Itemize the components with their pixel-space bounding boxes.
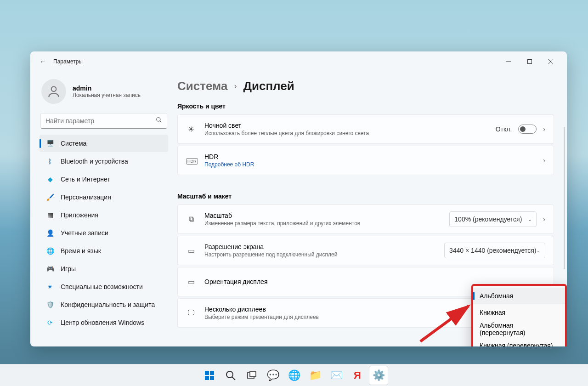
svg-rect-10 bbox=[205, 376, 209, 380]
svg-point-12 bbox=[226, 371, 233, 378]
avatar bbox=[41, 79, 66, 104]
svg-rect-1 bbox=[528, 60, 532, 64]
nav-item-personalization[interactable]: 🖌️Персонализация bbox=[40, 188, 168, 206]
taskbar-explorer[interactable]: 📁 bbox=[306, 366, 324, 385]
card-scale[interactable]: ⧉ Масштаб Изменение размера текста, прил… bbox=[177, 204, 554, 234]
chevron-down-icon: ⌄ bbox=[537, 248, 540, 253]
orientation-option-landscape-flipped[interactable]: Альбомная (перевернутая) bbox=[473, 321, 565, 337]
card-hdr[interactable]: HDR HDR Подробнее об HDR › bbox=[177, 146, 554, 175]
nav-item-privacy[interactable]: 🛡️Конфиденциальность и защита bbox=[40, 296, 168, 313]
window-title: Параметры bbox=[53, 58, 83, 65]
close-button[interactable] bbox=[540, 54, 561, 69]
hdr-icon: HDR bbox=[186, 156, 196, 165]
orientation-option-portrait[interactable]: Книжная bbox=[473, 304, 565, 321]
chevron-right-icon: › bbox=[234, 81, 237, 91]
nav-item-apps[interactable]: ▦Приложения bbox=[40, 206, 168, 224]
nav-item-bluetooth[interactable]: ᛒBluetooth и устройства bbox=[40, 153, 168, 170]
card-resolution[interactable]: ▭ Разрешение экрана Настроить разрешение… bbox=[177, 236, 554, 265]
night-light-state: Откл. bbox=[496, 125, 512, 133]
bluetooth-icon: ᛒ bbox=[46, 157, 54, 165]
minimize-button[interactable] bbox=[498, 54, 519, 69]
chevron-right-icon: › bbox=[543, 157, 545, 164]
globe-icon: 🌐 bbox=[46, 247, 54, 255]
nav-item-system[interactable]: 🖥️Система bbox=[40, 135, 168, 152]
nav-item-time[interactable]: 🌐Время и язык bbox=[40, 242, 168, 260]
svg-rect-11 bbox=[210, 376, 214, 380]
breadcrumb: Система › Дисплей bbox=[177, 76, 554, 93]
orientation-menu[interactable]: Альбомная Книжная Альбомная (перевернута… bbox=[471, 284, 567, 346]
display-icon: 🖥️ bbox=[46, 139, 54, 148]
hdr-link[interactable]: Подробнее об HDR bbox=[204, 161, 535, 168]
account-sub: Локальная учетная запись bbox=[73, 92, 141, 98]
start-button[interactable] bbox=[200, 366, 219, 385]
resolution-dropdown[interactable]: 3440 × 1440 (рекомендуется)⌄ bbox=[444, 243, 545, 258]
accessibility-icon: ✴ bbox=[46, 283, 54, 291]
settings-window: ← Параметры admin Локальная учетная запи… bbox=[30, 51, 567, 346]
scale-dropdown[interactable]: 100% (рекомендуется)⌄ bbox=[449, 211, 537, 227]
nav-item-gaming[interactable]: 🎮Игры bbox=[40, 260, 168, 278]
nav-item-update[interactable]: ⟳Центр обновления Windows bbox=[40, 314, 168, 331]
scale-icon: ⧉ bbox=[186, 215, 196, 223]
search-input[interactable] bbox=[45, 117, 156, 125]
taskbar-task-view[interactable] bbox=[243, 366, 261, 385]
account-name: admin bbox=[73, 85, 141, 92]
svg-line-6 bbox=[160, 121, 162, 123]
chevron-right-icon: › bbox=[543, 216, 545, 223]
nav-item-accounts[interactable]: 👤Учетные записи bbox=[40, 224, 168, 242]
sidebar: admin Локальная учетная запись 🖥️Система… bbox=[30, 72, 173, 346]
taskbar-search[interactable] bbox=[221, 366, 240, 385]
orientation-option-landscape[interactable]: Альбомная bbox=[473, 288, 565, 304]
desktop-wallpaper: ← Параметры admin Локальная учетная запи… bbox=[0, 0, 588, 386]
taskbar-edge[interactable]: 🌐 bbox=[285, 366, 303, 385]
taskbar-yandex[interactable]: Я bbox=[348, 366, 367, 385]
account-block[interactable]: admin Локальная учетная запись bbox=[37, 72, 171, 113]
svg-point-5 bbox=[157, 118, 160, 121]
chevron-right-icon: › bbox=[543, 125, 545, 133]
nav-list: 🖥️Система ᛒBluetooth и устройства ◆Сеть … bbox=[37, 134, 171, 346]
svg-line-13 bbox=[232, 377, 235, 380]
maximize-button[interactable] bbox=[519, 54, 540, 69]
orientation-option-portrait-flipped[interactable]: Книжная (перевернутая) bbox=[473, 337, 565, 346]
wifi-icon: ◆ bbox=[46, 175, 54, 183]
taskbar-chat[interactable]: 💬 bbox=[264, 366, 282, 385]
svg-rect-9 bbox=[210, 371, 214, 375]
section-scale: Масштаб и макет bbox=[177, 193, 554, 200]
shield-icon: 🛡️ bbox=[46, 301, 54, 309]
resolution-icon: ▭ bbox=[186, 246, 196, 255]
gamepad-icon: 🎮 bbox=[46, 265, 54, 273]
back-button[interactable]: ← bbox=[36, 58, 50, 65]
svg-rect-8 bbox=[205, 371, 209, 375]
titlebar: ← Параметры bbox=[30, 51, 567, 72]
search-icon bbox=[156, 117, 162, 125]
breadcrumb-system[interactable]: Система bbox=[177, 79, 227, 93]
scrollbar[interactable] bbox=[564, 127, 565, 269]
night-light-toggle[interactable] bbox=[518, 125, 537, 134]
sun-icon: ☀ bbox=[186, 125, 196, 134]
svg-point-4 bbox=[51, 86, 57, 91]
orientation-icon: ▭ bbox=[186, 278, 196, 286]
svg-rect-15 bbox=[250, 371, 256, 376]
nav-item-accessibility[interactable]: ✴Специальные возможности bbox=[40, 278, 168, 295]
taskbar: 💬 🌐 📁 ✉️ Я ⚙️ bbox=[0, 364, 588, 386]
person-icon: 👤 bbox=[46, 229, 54, 237]
taskbar-settings[interactable]: ⚙️ bbox=[369, 366, 388, 385]
breadcrumb-display: Дисплей bbox=[243, 79, 294, 93]
multi-display-icon: 🖵 bbox=[186, 309, 196, 317]
chevron-down-icon: ⌄ bbox=[528, 217, 531, 222]
main-content: Система › Дисплей Яркость и цвет ☀ Ночно… bbox=[173, 72, 567, 346]
search-box[interactable] bbox=[40, 113, 167, 129]
nav-item-network[interactable]: ◆Сеть и Интернет bbox=[40, 170, 168, 188]
apps-icon: ▦ bbox=[46, 211, 54, 219]
taskbar-mail[interactable]: ✉️ bbox=[327, 366, 345, 385]
section-brightness: Яркость и цвет bbox=[177, 102, 554, 110]
brush-icon: 🖌️ bbox=[46, 193, 54, 201]
card-night-light[interactable]: ☀ Ночной свет Использовать более теплые … bbox=[177, 114, 554, 144]
update-icon: ⟳ bbox=[46, 318, 54, 327]
